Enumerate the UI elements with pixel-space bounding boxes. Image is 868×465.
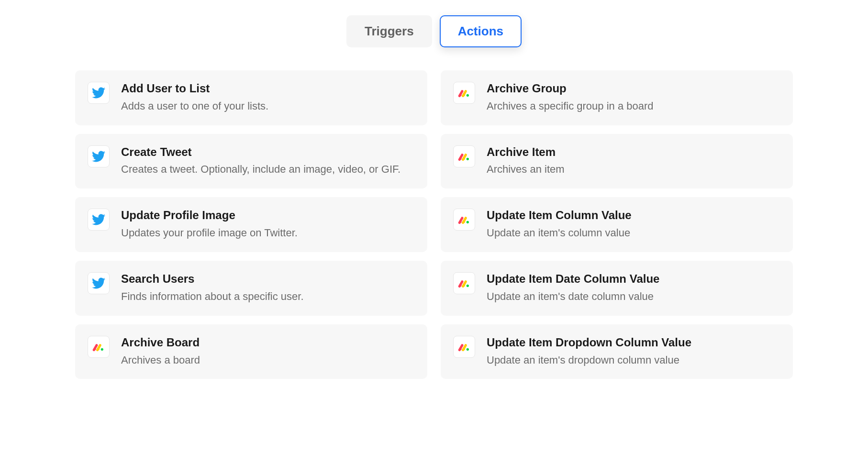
card-content: Update Item Date Column Value Update an … (487, 272, 780, 304)
card-content: Archive Item Archives an item (487, 145, 780, 177)
card-content: Update Item Column Value Update an item'… (487, 209, 780, 241)
action-card[interactable]: Search Users Finds information about a s… (75, 261, 427, 316)
monday-icon (453, 209, 475, 231)
monday-icon (453, 272, 475, 294)
card-title: Archive Item (487, 145, 780, 159)
card-description: Archives an item (487, 162, 780, 177)
cards-grid: Add User to List Adds a user to one of y… (75, 70, 793, 379)
card-content: Archive Group Archives a specific group … (487, 82, 780, 114)
card-title: Update Item Dropdown Column Value (487, 336, 780, 350)
twitter-icon (88, 145, 110, 167)
card-description: Archives a board (121, 353, 415, 368)
monday-icon (88, 336, 110, 358)
svg-point-14 (101, 348, 103, 350)
card-content: Update Item Dropdown Column Value Update… (487, 336, 780, 368)
card-description: Finds information about a specific user. (121, 289, 415, 304)
card-description: Updates your profile image on Twitter. (121, 225, 415, 241)
action-card[interactable]: Add User to List Adds a user to one of y… (75, 70, 427, 125)
action-card[interactable]: Create Tweet Creates a tweet. Optionally… (75, 134, 427, 189)
svg-point-2 (467, 94, 469, 97)
tabs-container: Triggers Actions (6, 15, 862, 47)
card-description: Update an item's dropdown column value (487, 353, 780, 368)
card-title: Update Item Date Column Value (487, 272, 780, 286)
action-card[interactable]: Archive Item Archives an item (441, 134, 793, 189)
svg-point-5 (467, 157, 469, 160)
card-title: Update Profile Image (121, 209, 415, 222)
card-title: Search Users (121, 272, 415, 286)
twitter-icon (88, 209, 110, 231)
twitter-icon (88, 272, 110, 294)
action-card[interactable]: Update Item Column Value Update an item'… (441, 197, 793, 252)
card-description: Creates a tweet. Optionally, include an … (121, 162, 415, 177)
action-card[interactable]: Update Item Date Column Value Update an … (441, 261, 793, 316)
twitter-icon (88, 82, 110, 104)
card-title: Archive Group (487, 82, 780, 96)
action-card[interactable]: Update Item Dropdown Column Value Update… (441, 324, 793, 379)
tab-triggers[interactable]: Triggers (346, 15, 432, 47)
card-title: Add User to List (121, 82, 415, 96)
svg-point-8 (467, 221, 469, 223)
card-content: Add User to List Adds a user to one of y… (121, 82, 415, 114)
card-content: Update Profile Image Updates your profil… (121, 209, 415, 241)
tab-actions[interactable]: Actions (440, 15, 522, 47)
card-content: Create Tweet Creates a tweet. Optionally… (121, 145, 415, 177)
monday-icon (453, 145, 475, 167)
card-title: Archive Board (121, 336, 415, 350)
card-description: Update an item's column value (487, 225, 780, 241)
action-card[interactable]: Update Profile Image Updates your profil… (75, 197, 427, 252)
svg-point-11 (467, 285, 469, 287)
action-card[interactable]: Archive Group Archives a specific group … (441, 70, 793, 125)
card-title: Update Item Column Value (487, 209, 780, 222)
card-description: Adds a user to one of your lists. (121, 99, 415, 114)
card-title: Create Tweet (121, 145, 415, 159)
svg-point-17 (467, 348, 469, 350)
monday-icon (453, 336, 475, 358)
card-content: Archive Board Archives a board (121, 336, 415, 368)
monday-icon (453, 82, 475, 104)
card-content: Search Users Finds information about a s… (121, 272, 415, 304)
card-description: Update an item's date column value (487, 289, 780, 304)
action-card[interactable]: Archive Board Archives a board (75, 324, 427, 379)
card-description: Archives a specific group in a board (487, 99, 780, 114)
